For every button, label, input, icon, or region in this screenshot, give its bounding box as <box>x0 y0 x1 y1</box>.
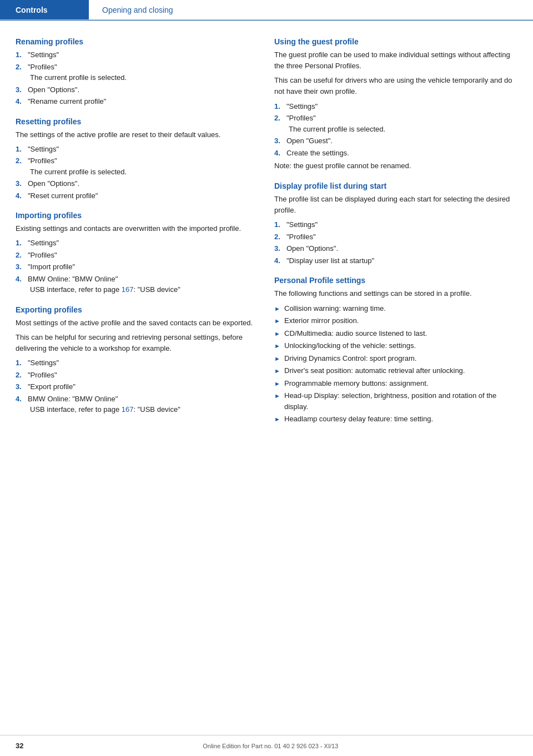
resetting-steps-list: 1. "Settings" 2. "Profiles"The current p… <box>16 144 259 201</box>
step-text: "Reset current profile" <box>28 190 98 201</box>
step-num: 1. <box>16 357 28 369</box>
bullet-text: Programmable memory buttons: assignment. <box>284 378 428 389</box>
step-num: 1. <box>274 219 286 230</box>
step-text: "Import profile" <box>28 261 75 273</box>
page-ref-167a: 167 <box>122 285 134 294</box>
section-renaming-title: Renaming profiles <box>16 37 259 46</box>
step-text: "Rename current profile" <box>28 96 106 107</box>
step-num: 2. <box>274 231 286 243</box>
step-text: "Settings" <box>28 49 59 61</box>
step-text: "Settings" <box>28 238 59 249</box>
main-content: Renaming profiles 1. "Settings" 2. "Prof… <box>0 21 533 448</box>
renaming-steps-list: 1. "Settings" 2. "Profiles"The current p… <box>16 49 259 107</box>
bullet-text: Collision warning: warning time. <box>284 303 386 314</box>
bullet-text: Driving Dynamics Control: sport program. <box>284 353 416 364</box>
step-text: "Settings" <box>28 357 59 369</box>
display-steps-list: 1. "Settings" 2. "Profiles" 3. Open "Opt… <box>274 219 517 266</box>
guest-step-2: 2. "Profiles"The current profile is sele… <box>274 113 517 134</box>
step-num: 1. <box>274 101 286 112</box>
exporting-para1: Most settings of the active profile and … <box>16 317 259 329</box>
bullet-arrow-icon: ► <box>274 304 284 314</box>
bullet-cd: ► CD/Multimedia: audio source listened t… <box>274 328 517 339</box>
step-text: Open "Options". <box>28 84 79 95</box>
step-num: 1. <box>16 49 28 61</box>
exporting-para2: This can be helpful for securing and ret… <box>16 332 259 354</box>
section-personal-title: Personal Profile settings <box>274 276 517 285</box>
step-num: 2. <box>16 155 28 177</box>
bullet-arrow-icon: ► <box>274 379 284 389</box>
personal-bullets-list: ► Collision warning: warning time. ► Ext… <box>274 303 517 425</box>
resetting-para: The settings of the active profile are r… <box>16 129 259 140</box>
step-text: Open "Guest". <box>286 135 333 147</box>
display-step-3: 3. Open "Options". <box>274 243 517 254</box>
bullet-arrow-icon: ► <box>274 354 284 364</box>
bullet-unlocking: ► Unlocking/locking of the vehicle: sett… <box>274 340 517 351</box>
step-num: 2. <box>16 62 28 83</box>
importing-step-2: 2. "Profiles" <box>16 250 259 261</box>
bullet-arrow-icon: ► <box>274 329 284 339</box>
guest-step-1: 1. "Settings" <box>274 101 517 112</box>
exporting-step-1: 1. "Settings" <box>16 357 259 369</box>
step-text: Open "Options". <box>28 178 79 189</box>
bullet-driving: ► Driving Dynamics Control: sport progra… <box>274 353 517 364</box>
guest-steps-list: 1. "Settings" 2. "Profiles"The current p… <box>274 101 517 159</box>
bullet-arrow-icon: ► <box>274 391 284 401</box>
display-step-4: 4. "Display user list at startup" <box>274 255 517 266</box>
step-text: "Display user list at startup" <box>286 255 374 266</box>
step-num: 4. <box>16 274 28 295</box>
step-num: 4. <box>16 96 28 107</box>
step-num: 3. <box>274 243 286 254</box>
step-num: 4. <box>16 190 28 201</box>
step-num: 3. <box>16 84 28 95</box>
guest-note: Note: the guest profile cannot be rename… <box>274 160 517 172</box>
guest-step-4: 4. Create the settings. <box>274 148 517 159</box>
bullet-headlamp: ► Headlamp courtesy delay feature: time … <box>274 414 517 425</box>
bullet-seat: ► Driver's seat position: automatic retr… <box>274 365 517 376</box>
guest-step-3: 3. Open "Guest". <box>274 135 517 147</box>
exporting-step-4: 4. BMW Online: "BMW Online"USB interface… <box>16 394 259 415</box>
renaming-step-1: 1. "Settings" <box>16 49 259 61</box>
bullet-arrow-icon: ► <box>274 341 284 351</box>
display-step-2: 2. "Profiles" <box>274 231 517 243</box>
renaming-step-4: 4. "Rename current profile" <box>16 96 259 107</box>
importing-para: Existing settings and contacts are overw… <box>16 223 259 234</box>
step-text: "Profiles"The current profile is selecte… <box>28 62 127 83</box>
step-text: "Profiles"The current profile is selecte… <box>286 113 385 134</box>
step-text: Create the settings. <box>286 148 349 159</box>
bullet-mirror: ► Exterior mirror position. <box>274 315 517 326</box>
resetting-step-3: 3. Open "Options". <box>16 178 259 189</box>
renaming-step-3: 3. Open "Options". <box>16 84 259 95</box>
step-text: "Profiles" <box>286 231 316 243</box>
guest-para2: This can be useful for drivers who are u… <box>274 75 517 97</box>
section-display-title: Display profile list during start <box>274 182 517 190</box>
section-guest-title: Using the guest profile <box>274 37 517 46</box>
display-para: The profile list can be displayed during… <box>274 194 517 216</box>
bullet-arrow-icon: ► <box>274 366 284 376</box>
page-number: 32 <box>16 742 23 750</box>
step-text: "Profiles" <box>28 250 57 261</box>
step-num: 2. <box>274 113 286 134</box>
header-chapter-label: Opening and closing <box>89 0 187 19</box>
exporting-steps-list: 1. "Settings" 2. "Profiles" 3. "Export p… <box>16 357 259 415</box>
page-header: Controls Opening and closing <box>0 0 533 20</box>
importing-step-3: 3. "Import profile" <box>16 261 259 273</box>
step-num: 3. <box>16 381 28 392</box>
step-text: "Export profile" <box>28 381 76 392</box>
left-column: Renaming profiles 1. "Settings" 2. "Prof… <box>16 31 259 426</box>
section-exporting-title: Exporting profiles <box>16 305 259 314</box>
step-num: 4. <box>274 148 286 159</box>
exporting-step-2: 2. "Profiles" <box>16 370 259 381</box>
bullet-text: CD/Multimedia: audio source listened to … <box>284 328 427 339</box>
bullet-hud: ► Head-up Display: selection, brightness… <box>274 390 517 412</box>
bullet-text: Head-up Display: selection, brightness, … <box>284 390 517 412</box>
step-text: "Profiles"The current profile is selecte… <box>28 155 127 177</box>
step-num: 4. <box>274 255 286 266</box>
bullet-text: Headlamp courtesy delay feature: time se… <box>284 414 433 425</box>
step-num: 2. <box>16 250 28 261</box>
importing-step-1: 1. "Settings" <box>16 238 259 249</box>
step-num: 3. <box>274 135 286 147</box>
footer-center-text: Online Edition for Part no. 01 40 2 926 … <box>203 743 338 749</box>
bullet-text: Exterior mirror position. <box>284 315 359 326</box>
step-text: "Settings" <box>286 101 318 112</box>
importing-step-4: 4. BMW Online: "BMW Online"USB interface… <box>16 274 259 295</box>
